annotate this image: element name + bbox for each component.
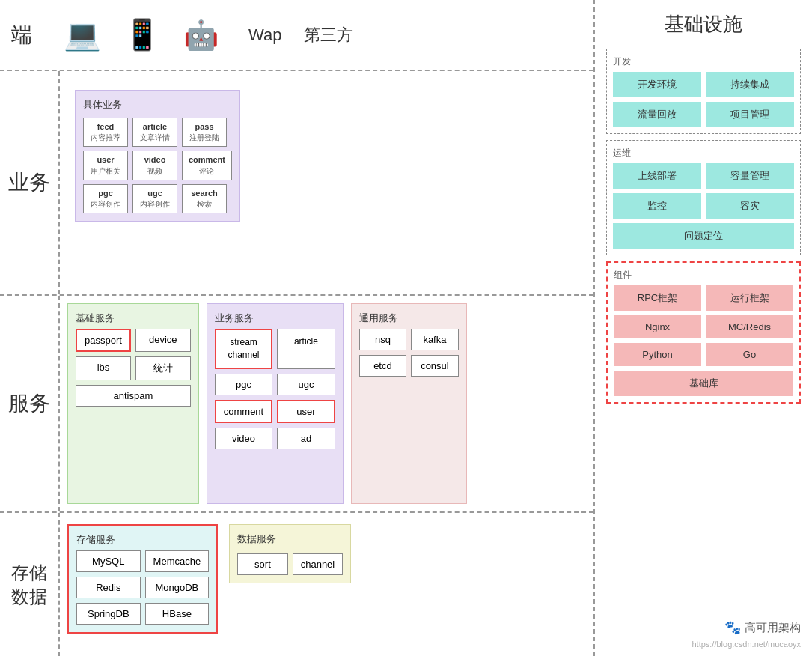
- components-section: 组件 RPC框架 运行框架 Nginx MC/Redis Python Go 基…: [606, 261, 801, 404]
- ops-label: 运维: [613, 147, 794, 160]
- storage-content: 存储服务 MySQL Memcache Redis MongoDB Spring…: [60, 513, 358, 656]
- comment-svc-item: comment: [215, 400, 272, 423]
- antispam-row: antispam: [76, 385, 191, 407]
- business-section: 业务 具体业务 feed 内容推荐 article 文章详情: [0, 71, 593, 296]
- lbs-item: lbs: [76, 356, 131, 380]
- python-item: Python: [614, 343, 701, 366]
- basic-service-title: 基础服务: [76, 312, 191, 325]
- common-service-box: 通用服务 nsq kafka etcd consul: [351, 303, 467, 504]
- ci-item: 持续集成: [706, 72, 794, 97]
- business-row-2: user 用户相关 video 视频 comment 评论: [83, 151, 232, 180]
- storage-service-box: 存储服务 MySQL Memcache Redis MongoDB Spring…: [67, 524, 218, 634]
- springdb-item: SpringDB: [76, 603, 141, 625]
- capacity-item: 容量管理: [706, 163, 794, 189]
- duan-label: 端: [11, 21, 49, 49]
- dev-label: 开发: [613, 55, 794, 68]
- monitor-item: 监控: [613, 193, 701, 219]
- ops-section: 运维 上线部署 容量管理 监控 容灾 问题定位: [606, 140, 801, 255]
- go-item: Go: [706, 343, 793, 366]
- dev-grid: 开发环境 持续集成 流量回放 项目管理: [613, 72, 794, 127]
- specific-business-box: 具体业务 feed 内容推荐 article 文章详情 pass: [75, 90, 240, 222]
- data-service-grid: sort channel: [237, 553, 343, 575]
- disaster-item: 容灾: [706, 193, 794, 219]
- storage-service-title: 存储服务: [76, 533, 209, 547]
- comment-box-biz: comment 评论: [182, 151, 232, 180]
- right-area: 基础设施 开发 开发环境 持续集成 流量回放 项目管理 运维 上线部署 容量管理…: [595, 0, 812, 656]
- data-service-title: 数据服务: [237, 532, 343, 546]
- main-container: 端 💻 📱 🤖 Wap 第三方 业务 具体业务 feed: [0, 0, 812, 656]
- antispam-item: antispam: [76, 385, 191, 407]
- watermark: https://blog.csdn.net/mucaoyx: [606, 640, 801, 649]
- third-party-label: 第三方: [304, 24, 353, 46]
- feed-box: feed 内容推荐: [83, 118, 128, 147]
- laptop-icon: 💻: [64, 17, 101, 52]
- business-row-3: pgc 内容创作 ugc 内容创作 search 检索: [83, 184, 232, 213]
- sort-item: sort: [237, 553, 288, 575]
- etcd-item: etcd: [359, 355, 407, 377]
- channel-item: channel: [293, 553, 344, 575]
- article-svc-item: article: [277, 329, 335, 369]
- traffic-replay-item: 流量回放: [613, 102, 701, 127]
- nsq-item: nsq: [359, 329, 407, 350]
- issue-locate-item: 问题定位: [613, 223, 794, 249]
- hbase-item: HBase: [145, 603, 210, 625]
- consul-item: consul: [411, 355, 459, 377]
- service-content: 基础服务 passport device lbs 统计 antispam 业务服…: [60, 296, 593, 511]
- video-box-biz: video 视频: [132, 151, 177, 180]
- data-service-box: 数据服务 sort channel: [229, 524, 351, 583]
- ad-svc-item: ad: [277, 428, 335, 449]
- pgc-box-biz: pgc 内容创作: [83, 184, 128, 213]
- mysql-item: MySQL: [76, 550, 141, 572]
- video-svc-item: video: [215, 428, 272, 449]
- ugc-svc-item: ugc: [277, 374, 335, 395]
- basic-service-box: 基础服务 passport device lbs 统计 antispam: [67, 303, 199, 504]
- basic-service-grid: passport device lbs 统计: [76, 329, 191, 380]
- specific-business-title: 具体业务: [83, 98, 232, 112]
- left-area: 端 💻 📱 🤖 Wap 第三方 业务 具体业务 feed: [0, 0, 595, 656]
- storage-section: 存储 数据 存储服务 MySQL Memcache Redis MongoDB …: [0, 513, 593, 656]
- logo-icon: 🐾: [724, 619, 741, 636]
- article-box: article 文章详情: [132, 118, 177, 147]
- mc-redis-item: MC/Redis: [706, 315, 793, 338]
- device-item: device: [135, 329, 191, 352]
- nginx-item: Nginx: [614, 315, 701, 338]
- common-service-title: 通用服务: [359, 312, 459, 325]
- logo-text: 高可用架构: [745, 621, 801, 635]
- stream-channel-item: streamchannel: [215, 329, 272, 369]
- user-box-biz: user 用户相关: [83, 151, 128, 180]
- dev-section: 开发 开发环境 持续集成 流量回放 项目管理: [606, 49, 801, 134]
- phone-icon: 📱: [123, 17, 161, 52]
- dev-env-item: 开发环境: [613, 72, 701, 97]
- stats-item: 统计: [135, 356, 191, 380]
- logo-area: 🐾 高可用架构: [606, 616, 801, 640]
- business-label: 业务: [0, 71, 60, 294]
- business-service-title: 业务服务: [215, 312, 335, 325]
- common-service-grid: nsq kafka etcd consul: [359, 329, 459, 377]
- ugc-box-biz: ugc 内容创作: [132, 184, 177, 213]
- kafka-item: kafka: [411, 329, 459, 350]
- components-label: 组件: [614, 269, 793, 282]
- project-mgmt-item: 项目管理: [706, 102, 794, 127]
- data-service-items: sort channel: [237, 550, 343, 575]
- components-grid: RPC框架 运行框架 Nginx MC/Redis Python Go 基础库: [614, 285, 793, 396]
- redis-item: Redis: [76, 577, 141, 598]
- memcache-item: Memcache: [145, 550, 210, 572]
- storage-label: 存储 数据: [0, 513, 60, 656]
- rpc-framework-item: RPC框架: [614, 285, 701, 311]
- storage-service-grid: MySQL Memcache Redis MongoDB SpringDB HB…: [76, 550, 209, 625]
- deploy-item: 上线部署: [613, 163, 701, 189]
- passport-item: passport: [76, 329, 131, 352]
- runtime-framework-item: 运行框架: [706, 285, 793, 311]
- infra-title: 基础设施: [606, 7, 801, 41]
- top-section: 端 💻 📱 🤖 Wap 第三方: [0, 0, 593, 71]
- pgc-svc-item: pgc: [215, 374, 272, 395]
- top-icons: 💻 📱 🤖 Wap 第三方: [64, 17, 353, 52]
- ops-grid: 上线部署 容量管理 监控 容灾 问题定位: [613, 163, 794, 249]
- service-section: 服务 基础服务 passport device lbs 统计 antispam: [0, 296, 593, 513]
- business-service-box: 业务服务 streamchannel article pgc ugc comme…: [207, 303, 344, 504]
- pass-box: pass 注册登陆: [182, 118, 227, 147]
- search-box-biz: search 检索: [182, 184, 227, 213]
- service-label: 服务: [0, 296, 60, 511]
- base-lib-item: 基础库: [614, 371, 793, 396]
- wap-label: Wap: [248, 25, 281, 45]
